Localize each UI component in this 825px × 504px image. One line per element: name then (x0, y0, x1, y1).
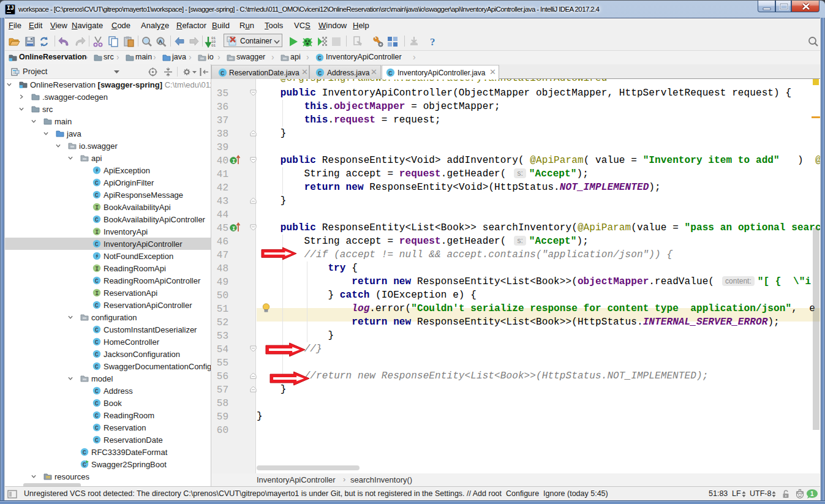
svg-text:C: C (95, 217, 99, 224)
svg-text:C: C (95, 352, 99, 358)
svg-text:?: ? (430, 36, 435, 48)
svg-text:C: C (95, 339, 99, 346)
svg-text:1: 1 (810, 491, 814, 497)
svg-text:C: C (95, 241, 99, 248)
svg-text:C: C (95, 388, 99, 395)
svg-text:C: C (95, 425, 99, 432)
svg-text:C: C (95, 278, 99, 285)
svg-text:I: I (95, 229, 99, 236)
svg-text:C: C (220, 70, 225, 77)
svg-text:C: C (83, 449, 86, 456)
svg-text:I: I (232, 226, 235, 232)
svg-text:C: C (95, 192, 99, 199)
svg-text:C: C (95, 437, 99, 444)
svg-text:I: I (95, 290, 99, 297)
svg-text:C: C (95, 413, 99, 419)
svg-text:C: C (318, 55, 322, 62)
svg-text:01: 01 (211, 43, 216, 48)
svg-text:C: C (83, 462, 86, 468)
svg-text:C: C (95, 303, 99, 309)
svg-text:I: I (95, 266, 99, 273)
svg-text:C: C (95, 401, 99, 407)
svg-text:C: C (95, 364, 99, 370)
svg-text:A: A (159, 39, 163, 45)
svg-text:C: C (318, 70, 322, 77)
svg-text:I: I (232, 159, 235, 165)
svg-text:I: I (95, 205, 99, 211)
svg-text:C: C (95, 327, 99, 334)
svg-text:C: C (95, 180, 99, 187)
svg-text:C: C (388, 70, 393, 77)
